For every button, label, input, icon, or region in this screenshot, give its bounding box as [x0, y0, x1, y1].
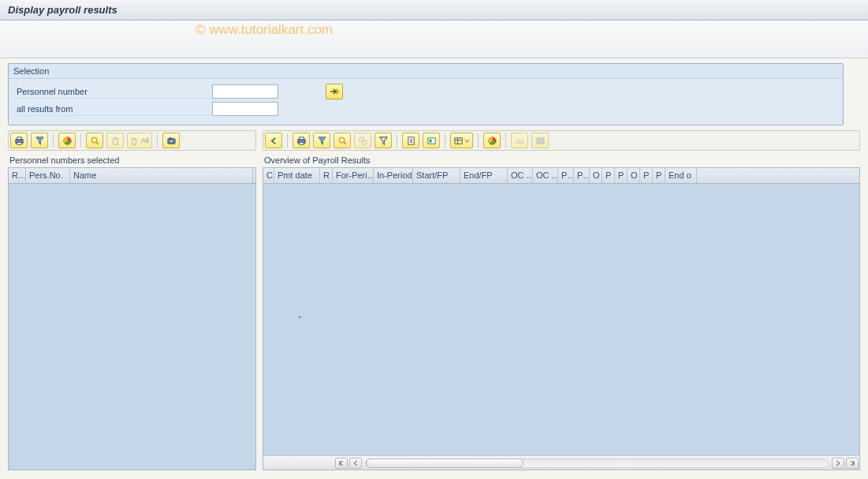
scroll-track[interactable]	[365, 458, 829, 468]
svg-rect-2	[17, 142, 21, 144]
svg-point-4	[91, 137, 97, 143]
svg-point-21	[520, 140, 523, 144]
column-header-ip[interactable]: In-Period	[374, 168, 413, 183]
svg-rect-11	[299, 137, 304, 139]
multiple-selection-button[interactable]	[326, 84, 343, 99]
chart-button[interactable]	[58, 133, 76, 148]
filter-button[interactable]	[31, 133, 48, 148]
svg-rect-17	[427, 137, 434, 143]
svg-rect-23	[539, 137, 542, 143]
column-header-pmt[interactable]: Pmt date	[274, 168, 320, 183]
left-sub-label: Personnel numbers selected	[8, 153, 256, 167]
column-header-endo[interactable]: End o	[665, 168, 697, 183]
column-header-c[interactable]: C	[263, 168, 274, 183]
column-header-name[interactable]: Name	[70, 168, 253, 183]
glasses-button[interactable]	[511, 133, 528, 148]
svg-rect-6	[132, 138, 136, 144]
svg-rect-9	[169, 137, 171, 139]
column-header-p3[interactable]: P	[602, 168, 615, 183]
scroll-first-button[interactable]	[335, 458, 348, 469]
column-header-persno[interactable]: Pers.No.	[26, 168, 70, 183]
dot	[299, 316, 300, 318]
back-button[interactable]	[265, 133, 282, 148]
title-text: Display payroll results	[8, 4, 117, 16]
all-results-from-label: all results from	[13, 103, 210, 116]
find-next-button[interactable]	[354, 133, 371, 148]
find-button[interactable]	[86, 133, 103, 148]
scroll-right-button[interactable]	[832, 458, 844, 469]
column-header-oc2[interactable]: OC …	[533, 168, 558, 183]
selection-header: Selection	[9, 64, 843, 79]
column-header-p1[interactable]: P…	[558, 168, 574, 183]
app-toolbar	[0, 21, 868, 58]
column-header-p4[interactable]: P	[615, 168, 628, 183]
svg-point-20	[516, 140, 520, 144]
right-toolbar	[263, 130, 860, 151]
scroll-last-button[interactable]	[846, 458, 859, 469]
layout-button[interactable]	[450, 133, 473, 148]
left-grid: R…Pers.No.Name	[8, 167, 256, 470]
scroll-thumb[interactable]	[366, 458, 523, 468]
column-header-r[interactable]: R…	[9, 168, 26, 183]
svg-point-15	[362, 140, 367, 144]
excel-button[interactable]	[423, 133, 440, 148]
export-button[interactable]	[402, 133, 419, 148]
filter-button-r[interactable]	[313, 133, 330, 148]
selection-panel: Selection Personnel number all results f…	[8, 63, 844, 125]
column-header-efp[interactable]: End/FP	[460, 168, 508, 183]
scroll-left-button[interactable]	[349, 458, 362, 469]
svg-rect-1	[17, 137, 21, 139]
chart-button-r[interactable]	[483, 133, 501, 148]
all-results-from-input[interactable]	[212, 102, 278, 116]
window-title: Display payroll results	[0, 0, 868, 21]
horizontal-scrollbar	[263, 455, 859, 470]
column-header-p6[interactable]: P	[653, 168, 665, 183]
svg-rect-5	[113, 138, 117, 144]
svg-rect-18	[455, 137, 462, 143]
svg-rect-22	[536, 137, 538, 143]
column-header-oc1[interactable]: OC …	[508, 168, 533, 183]
print-button-r[interactable]	[292, 133, 310, 148]
column-header-p2[interactable]: P…	[574, 168, 590, 183]
columns-button[interactable]	[531, 133, 549, 148]
column-header-o1[interactable]: O	[590, 168, 602, 183]
svg-rect-24	[542, 137, 544, 143]
column-header-sfp[interactable]: Start/FP	[413, 168, 460, 183]
left-grid-header: R…Pers.No.Name	[9, 168, 255, 184]
delete-all-button[interactable]: All	[127, 133, 152, 148]
right-grid-body[interactable]	[263, 184, 859, 455]
camera-button[interactable]	[162, 133, 180, 148]
column-header-fp[interactable]: For-Peri…	[333, 168, 374, 183]
column-header-r[interactable]: R	[320, 168, 333, 183]
column-header-o2[interactable]: O	[628, 168, 640, 183]
set-filter-button[interactable]	[374, 133, 392, 148]
personnel-number-label: Personnel number	[13, 85, 210, 99]
find-button-r[interactable]	[333, 133, 351, 148]
right-grid: CPmt dateRFor-Peri…In-PeriodStart/FPEnd/…	[263, 167, 860, 470]
svg-point-8	[170, 140, 173, 143]
right-grid-header: CPmt dateRFor-Peri…In-PeriodStart/FPEnd/…	[263, 168, 859, 184]
left-toolbar: All	[8, 130, 256, 151]
print-button[interactable]	[10, 133, 28, 148]
personnel-number-input[interactable]	[212, 84, 278, 99]
svg-point-13	[339, 137, 345, 143]
delete-button[interactable]	[106, 133, 124, 148]
svg-rect-12	[299, 142, 304, 144]
column-header-p5[interactable]: P	[640, 168, 653, 183]
right-sub-label: Overview of Payroll Results	[263, 153, 860, 167]
